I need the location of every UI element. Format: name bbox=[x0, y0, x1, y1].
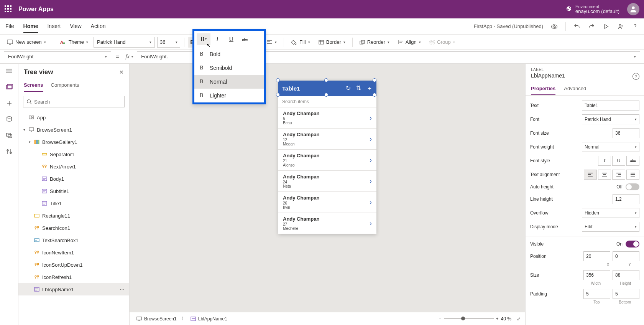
new-screen-button[interactable]: New screen▾ bbox=[4, 38, 49, 46]
weight-option-bold[interactable]: BBold bbox=[194, 47, 264, 61]
list-item[interactable]: Andy Champan5Beau› bbox=[278, 107, 376, 129]
tree-node-nextarrow1[interactable]: NextArrow1 bbox=[18, 160, 129, 173]
align-button[interactable]: Align▾ bbox=[395, 38, 424, 46]
prop-fontsize-input[interactable]: 36 bbox=[613, 128, 639, 138]
prop-italic-toggle[interactable]: I bbox=[598, 156, 611, 166]
property-select[interactable]: FontWeight▾ bbox=[4, 51, 111, 62]
visible-toggle[interactable] bbox=[626, 241, 639, 247]
rail-tree-icon[interactable] bbox=[5, 83, 13, 91]
rail-data-icon[interactable] bbox=[5, 115, 13, 124]
menu-action[interactable]: Action bbox=[91, 20, 106, 33]
tree-node-browsegallery1[interactable]: ▾BrowseGallery1 bbox=[18, 136, 129, 148]
tree-node-searchicon1[interactable]: SearchIcon1 bbox=[18, 222, 129, 234]
tree-close-icon[interactable]: ✕ bbox=[119, 69, 124, 75]
phone-search[interactable]: Search items bbox=[278, 96, 376, 107]
undo-icon[interactable] bbox=[573, 23, 580, 30]
breadcrumb-screen[interactable]: BrowseScreen1 bbox=[134, 315, 179, 322]
prop-padbottom-input[interactable]: 5 bbox=[613, 289, 639, 299]
list-item[interactable]: Andy Champan21Alonso› bbox=[278, 150, 376, 171]
weight-option-normal[interactable]: BNormal bbox=[194, 75, 264, 89]
canvas[interactable]: Table1 ↻ ⇅ ＋ Search items Andy Champan5B… bbox=[130, 64, 525, 325]
prop-strike-toggle[interactable]: abc bbox=[626, 156, 639, 166]
zoom-slider[interactable] bbox=[444, 318, 494, 319]
menu-file[interactable]: File bbox=[5, 20, 14, 33]
prop-lineheight-input[interactable]: 1.2 bbox=[613, 194, 639, 204]
prop-displaymode-select[interactable]: Edit▾ bbox=[582, 222, 639, 232]
tree-node-iconrefresh1[interactable]: IconRefresh1 bbox=[18, 271, 129, 283]
zoom-in-icon[interactable]: + bbox=[496, 316, 499, 322]
tree-tab-components[interactable]: Components bbox=[51, 80, 79, 92]
tree-node-rectangle11[interactable]: Rectangle11 bbox=[18, 210, 129, 222]
dropdown-bold-button[interactable]: B▾ bbox=[197, 33, 210, 45]
prop-fontweight-select[interactable]: Normal▾ bbox=[582, 142, 639, 152]
info-icon[interactable]: ? bbox=[632, 73, 639, 80]
tree-node-iconsortupdown1[interactable]: IconSortUpDown1 bbox=[18, 259, 129, 271]
dropdown-underline-button[interactable]: U bbox=[224, 33, 238, 45]
play-icon[interactable] bbox=[603, 23, 610, 30]
autoheight-toggle[interactable] bbox=[626, 183, 639, 190]
tree-search-input[interactable] bbox=[23, 96, 125, 107]
rail-hamburger-icon[interactable] bbox=[5, 67, 13, 75]
help-icon[interactable] bbox=[632, 23, 639, 30]
app-checker-icon[interactable] bbox=[551, 23, 558, 30]
prop-padtop-input[interactable]: 5 bbox=[583, 289, 610, 299]
prop-width-input[interactable]: 356 bbox=[583, 270, 610, 280]
tree-node-app[interactable]: App bbox=[18, 111, 129, 124]
reorder-button[interactable]: Reorder▾ bbox=[356, 38, 393, 46]
align-center-button[interactable] bbox=[598, 170, 611, 180]
fit-screen-icon[interactable]: ⤢ bbox=[517, 316, 521, 322]
tree-node-subtitle1[interactable]: Subtitle1 bbox=[18, 185, 129, 197]
font-weight-dropdown[interactable]: B▾ I U abc BBold BSemibold BNormal BLigh… bbox=[192, 29, 266, 104]
breadcrumb-element[interactable]: LblAppName1 bbox=[188, 315, 230, 322]
user-avatar[interactable] bbox=[627, 3, 639, 15]
font-select[interactable]: Patrick Hand▾ bbox=[94, 37, 155, 48]
weight-option-lighter[interactable]: BLighter bbox=[194, 89, 264, 102]
prop-y-input[interactable]: 0 bbox=[613, 251, 639, 261]
fill-button[interactable]: Fill▾ bbox=[288, 38, 313, 46]
weight-option-semibold[interactable]: BSemibold bbox=[194, 61, 264, 75]
phone-header[interactable]: Table1 ↻ ⇅ ＋ bbox=[278, 81, 376, 96]
menu-home[interactable]: Home bbox=[23, 20, 38, 33]
waffle-icon[interactable] bbox=[5, 5, 12, 13]
prop-underline-toggle[interactable]: U bbox=[612, 156, 625, 166]
prop-font-select[interactable]: Patrick Hand▾ bbox=[582, 114, 639, 124]
prop-overflow-select[interactable]: Hidden▾ bbox=[582, 208, 639, 218]
tree-node-title1[interactable]: Title1 bbox=[18, 197, 129, 210]
list-item[interactable]: Andy Champan26Irvin› bbox=[278, 192, 376, 213]
tree-node-iconnewitem1[interactable]: IconNewItem1 bbox=[18, 246, 129, 259]
menu-insert[interactable]: Insert bbox=[47, 20, 61, 33]
rail-media-icon[interactable] bbox=[5, 131, 13, 140]
share-icon[interactable] bbox=[617, 23, 624, 30]
tree-node-body1[interactable]: Body1 bbox=[18, 173, 129, 185]
tree-tab-screens[interactable]: Screens bbox=[24, 80, 43, 92]
theme-button[interactable]: Aa Theme▾ bbox=[57, 38, 91, 46]
tree-node-textsearchbox1[interactable]: TextSearchBox1 bbox=[18, 234, 129, 246]
fx-button[interactable]: fx▾ bbox=[124, 53, 135, 60]
dropdown-italic-button[interactable]: I bbox=[210, 33, 224, 45]
prop-x-input[interactable]: 20 bbox=[583, 251, 610, 261]
prop-height-input[interactable]: 88 bbox=[613, 270, 639, 280]
prop-text-input[interactable]: Table1 bbox=[582, 101, 639, 111]
props-tab-advanced[interactable]: Advanced bbox=[564, 83, 586, 95]
list-item[interactable]: Andy Champan27Mechelle› bbox=[278, 213, 376, 234]
align-right-button[interactable] bbox=[612, 170, 625, 180]
tree-node-separator1[interactable]: Separator1 bbox=[18, 148, 129, 160]
border-button[interactable]: Border▾ bbox=[315, 38, 348, 46]
tree-node-browsescreen1[interactable]: ▾BrowseScreen1 bbox=[18, 124, 129, 136]
redo-icon[interactable] bbox=[588, 23, 595, 30]
props-tab-properties[interactable]: Properties bbox=[531, 83, 555, 95]
tree-node-lblappname1[interactable]: LblAppName1⋯ bbox=[18, 283, 129, 295]
list-item[interactable]: Andy Champan24Neta› bbox=[278, 171, 376, 192]
zoom-out-icon[interactable]: − bbox=[439, 316, 442, 322]
align-justify-button[interactable] bbox=[626, 170, 639, 180]
refresh-icon[interactable]: ↻ bbox=[346, 84, 351, 92]
sort-icon[interactable]: ⇅ bbox=[356, 84, 361, 92]
rail-insert-icon[interactable] bbox=[5, 99, 13, 107]
add-icon[interactable]: ＋ bbox=[366, 84, 373, 92]
environment-picker[interactable]: Environment enayu.com (default) bbox=[565, 4, 619, 14]
menu-view[interactable]: View bbox=[70, 20, 81, 33]
list-item[interactable]: Andy Champan12Megan› bbox=[278, 129, 376, 150]
align-left-button[interactable] bbox=[584, 170, 597, 180]
rail-tools-icon[interactable] bbox=[5, 147, 13, 156]
dropdown-strike-button[interactable]: abc bbox=[238, 33, 252, 45]
